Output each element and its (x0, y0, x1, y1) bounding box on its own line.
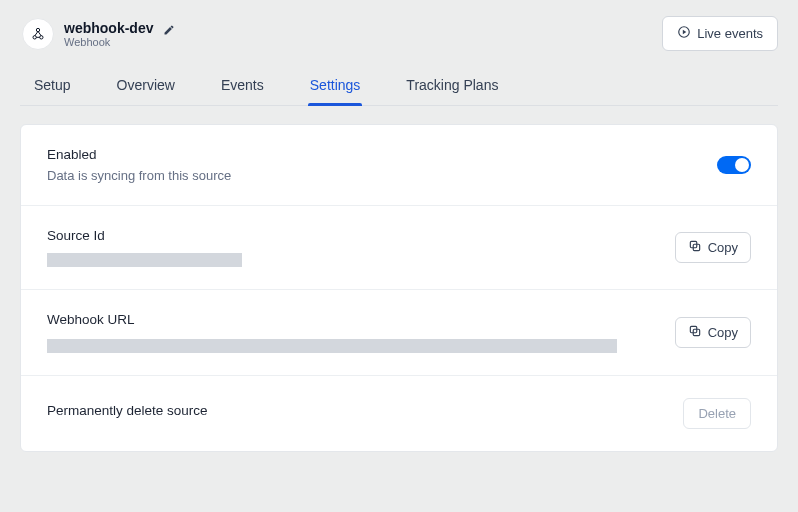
tab-settings[interactable]: Settings (310, 69, 361, 105)
settings-card: Enabled Data is syncing from this source… (20, 124, 778, 452)
tab-setup[interactable]: Setup (34, 69, 71, 105)
title-block: webhook-dev Webhook (64, 20, 175, 48)
copy-webhook-url-button[interactable]: Copy (675, 317, 751, 348)
webhook-url-value (47, 339, 617, 353)
enabled-toggle[interactable] (717, 156, 751, 174)
section-source-id: Source Id Copy (21, 206, 777, 290)
svg-point-2 (36, 28, 39, 31)
tab-overview[interactable]: Overview (117, 69, 175, 105)
delete-button[interactable]: Delete (683, 398, 751, 429)
section-webhook-url: Webhook URL Copy (21, 290, 777, 376)
section-enabled: Enabled Data is syncing from this source (21, 125, 777, 206)
toggle-knob (735, 158, 749, 172)
copy-icon (688, 324, 702, 341)
tab-bar: Setup Overview Events Settings Tracking … (20, 69, 778, 106)
live-events-button[interactable]: Live events (662, 16, 778, 51)
copy-source-id-button[interactable]: Copy (675, 232, 751, 263)
copy-label: Copy (708, 325, 738, 340)
copy-label: Copy (708, 240, 738, 255)
source-id-label: Source Id (47, 228, 675, 243)
svg-point-0 (33, 35, 36, 38)
section-delete: Permanently delete source Delete (21, 376, 777, 451)
tab-events[interactable]: Events (221, 69, 264, 105)
tab-tracking-plans[interactable]: Tracking Plans (406, 69, 498, 105)
source-id-value (47, 253, 242, 267)
edit-title-icon[interactable] (163, 22, 175, 34)
page-title: webhook-dev (64, 20, 153, 36)
svg-point-1 (40, 35, 43, 38)
webhook-icon (22, 18, 54, 50)
enabled-description: Data is syncing from this source (47, 168, 717, 183)
page-header: webhook-dev Webhook Live events (20, 10, 778, 69)
play-icon (677, 25, 691, 42)
live-events-label: Live events (697, 26, 763, 41)
copy-icon (688, 239, 702, 256)
enabled-label: Enabled (47, 147, 717, 162)
delete-label: Permanently delete source (47, 403, 683, 418)
webhook-url-label: Webhook URL (47, 312, 675, 327)
page-subtitle: Webhook (64, 36, 175, 48)
